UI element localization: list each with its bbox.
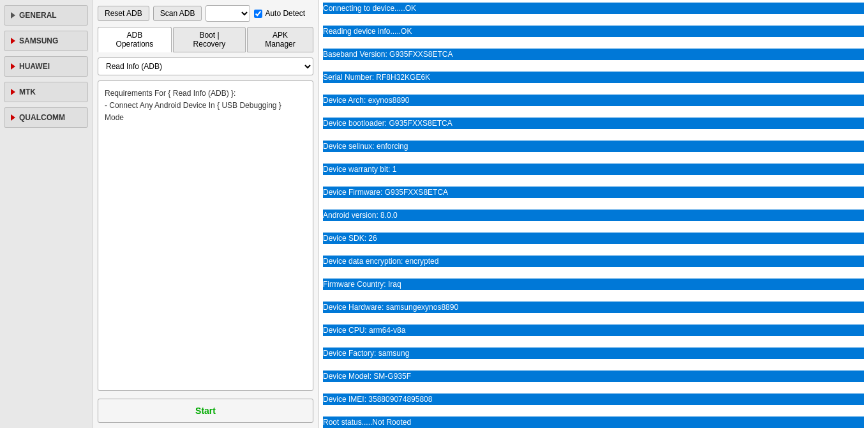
sidebar-item-samsung[interactable]: SAMSUNG (4, 31, 88, 51)
log-line: Device IMEI: 358809074895808 (323, 394, 864, 405)
tab-boot-recovery[interactable]: Boot | Recovery (173, 27, 246, 52)
output-panel: Connecting to device.....OKReading devic… (319, 0, 868, 428)
log-line: Device CPU: arm64-v8a (323, 325, 864, 336)
toolbar-row: Reset ADB Scan ADB Auto Detect (98, 5, 313, 22)
auto-detect-label: Auto Detect (254, 9, 305, 18)
sidebar-label-huawei: HUAWEI (19, 62, 50, 71)
sidebar-item-qualcomm[interactable]: QUALCOMM (4, 107, 88, 128)
auto-detect-checkbox[interactable] (254, 10, 262, 18)
sidebar-item-huawei[interactable]: HUAWEI (4, 56, 88, 77)
log-line: Device Firmware: G935FXXS8ETCA (323, 187, 864, 198)
operation-select-row: Read Info (ADB) (98, 57, 313, 75)
arrow-icon-qualcomm (11, 114, 15, 121)
log-line: Android version: 8.0.0 (323, 210, 864, 221)
start-btn-row: Start (98, 399, 313, 423)
sidebar-item-general[interactable]: GENERAL (4, 5, 88, 26)
log-line: Serial Number: RF8H32KGE6K (323, 72, 864, 83)
log-line: Device bootloader: G935FXXS8ETCA (323, 118, 864, 129)
tab-apk-manager[interactable]: APK Manager (247, 27, 313, 52)
info-line2: - Connect Any Android Device In { USB De… (105, 101, 281, 110)
sidebar-label-general: GENERAL (19, 11, 57, 20)
log-line: Device Model: SM-G935F (323, 371, 864, 382)
sidebar-label-qualcomm: QUALCOMM (19, 113, 65, 122)
log-line: Device SDK: 26 (323, 233, 864, 244)
info-line1: Requirements For { Read Info (ADB) }: (105, 89, 236, 98)
log-line: Baseband Version: G935FXXS8ETCA (323, 49, 864, 60)
start-button[interactable]: Start (98, 399, 313, 423)
auto-detect-text: Auto Detect (265, 9, 305, 18)
sidebar-label-samsung: SAMSUNG (19, 36, 58, 45)
log-line: Device Hardware: samsungexynos8890 (323, 302, 864, 313)
log-line: Device Arch: exynos8890 (323, 95, 864, 106)
device-select[interactable] (206, 5, 250, 22)
log-line: Reading device info.....OK (323, 26, 864, 37)
arrow-icon-general (11, 12, 15, 19)
log-line: Firmware Country: Iraq (323, 279, 864, 290)
scan-adb-button[interactable]: Scan ADB (153, 6, 202, 21)
tab-adb-operations[interactable]: ADB Operations (98, 27, 172, 52)
sidebar-label-mtk: MTK (19, 88, 36, 96)
log-line: Root status.....Not Rooted (323, 417, 864, 428)
arrow-icon-samsung (11, 38, 15, 44)
operation-select[interactable]: Read Info (ADB) (98, 57, 313, 75)
log-line: Device data encryption: encrypted (323, 256, 864, 267)
log-line: Device warranty bit: 1 (323, 164, 864, 175)
reset-adb-button[interactable]: Reset ADB (98, 6, 149, 21)
info-line3: Mode (105, 113, 124, 122)
sidebar-item-mtk[interactable]: MTK (4, 82, 88, 102)
arrow-icon-mtk (11, 89, 15, 95)
log-line: Connecting to device.....OK (323, 3, 864, 14)
middle-panel: Reset ADB Scan ADB Auto Detect ADB Opera… (93, 0, 319, 428)
log-line: Device Factory: samsung (323, 348, 864, 359)
tabs-row: ADB Operations Boot | Recovery APK Manag… (98, 27, 313, 52)
info-box: Requirements For { Read Info (ADB) }: - … (98, 80, 313, 391)
arrow-icon-huawei (11, 63, 15, 70)
sidebar: GENERAL SAMSUNG HUAWEI MTK QUALCOMM (0, 0, 93, 428)
log-line: Device selinux: enforcing (323, 141, 864, 152)
